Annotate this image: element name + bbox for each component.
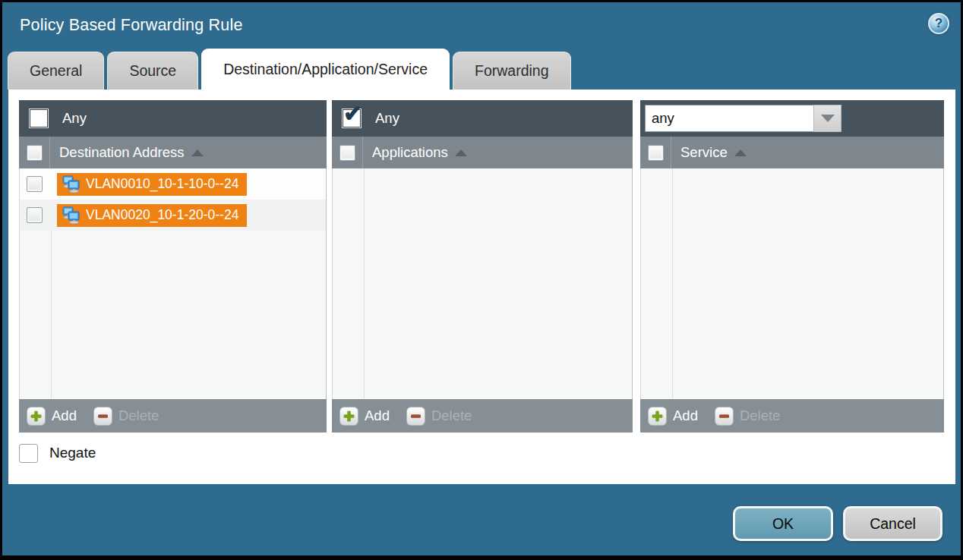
delete-label: Delete <box>740 407 780 424</box>
negate-option: Negate <box>19 440 96 466</box>
destination-address-column: ✔ Any Destination Address <box>19 100 327 433</box>
delete-application-button: Delete <box>406 407 472 426</box>
tab-source[interactable]: Source <box>107 52 198 90</box>
address-object-chip[interactable]: VLAN0010_10-1-10-0--24 <box>57 173 247 196</box>
add-label: Add <box>52 407 77 424</box>
dropdown-button[interactable] <box>813 105 841 132</box>
row-checkbox[interactable] <box>27 207 43 223</box>
gutter-divider <box>672 168 673 399</box>
cancel-button[interactable]: Cancel <box>843 506 942 541</box>
add-application-button[interactable]: Add <box>339 407 390 426</box>
service-type-value[interactable]: any <box>645 105 813 132</box>
add-service-button[interactable]: Add <box>648 407 698 426</box>
help-icon[interactable]: ? <box>928 13 949 34</box>
applications-header[interactable]: Applications <box>332 137 633 168</box>
plus-icon <box>648 407 667 426</box>
row-checkbox[interactable] <box>27 176 43 192</box>
plus-icon <box>27 407 46 426</box>
destination-address-list: VLAN0010_10-1-10-0--24 <box>19 168 327 399</box>
policy-based-forwarding-dialog: Policy Based Forwarding Rule ? General S… <box>0 0 963 560</box>
applications-header-label: Applications <box>372 144 448 161</box>
destination-any-bar: ✔ Any <box>19 100 327 137</box>
dialog-title: Policy Based Forwarding Rule <box>20 16 243 35</box>
address-object-chip[interactable]: VLAN0020_10-1-20-0--24 <box>57 204 247 227</box>
destination-any-label: Any <box>62 110 87 127</box>
delete-destination-button: Delete <box>93 407 159 426</box>
applications-any-checkbox[interactable]: ✔ <box>342 109 362 128</box>
sort-ascending-icon <box>734 149 747 156</box>
address-group-icon <box>61 206 81 224</box>
delete-label: Delete <box>118 407 159 424</box>
ok-button[interactable]: OK <box>733 506 833 541</box>
service-any-bar: any <box>640 100 944 137</box>
service-header-label: Service <box>680 144 728 161</box>
service-type-dropdown[interactable]: any <box>645 105 841 132</box>
tab-content-panel: ✔ Any Destination Address <box>8 90 955 484</box>
destination-select-all-checkbox[interactable] <box>27 145 43 161</box>
tab-general[interactable]: General <box>8 52 104 90</box>
add-label: Add <box>673 407 698 424</box>
destination-footer-bar: Add Delete <box>19 399 327 433</box>
negate-label: Negate <box>49 445 96 461</box>
delete-label: Delete <box>431 407 472 424</box>
service-header[interactable]: Service <box>640 137 944 168</box>
minus-icon <box>715 407 734 426</box>
delete-service-button: Delete <box>715 407 780 426</box>
address-object-label: VLAN0020_10-1-20-0--24 <box>86 207 238 223</box>
applications-select-all-checkbox[interactable] <box>339 145 355 161</box>
service-column: any Service Add <box>640 100 944 433</box>
dialog-titlebar: Policy Based Forwarding Rule ? <box>2 2 961 49</box>
tab-forwarding[interactable]: Forwarding <box>453 52 571 90</box>
dialog-button-row: OK Cancel <box>733 506 942 541</box>
minus-icon <box>406 407 425 426</box>
applications-select-all-gutter <box>332 137 363 168</box>
add-destination-button[interactable]: Add <box>27 407 77 426</box>
address-group-icon <box>61 175 81 193</box>
sort-ascending-icon <box>455 149 467 156</box>
destination-address-header[interactable]: Destination Address <box>19 137 327 168</box>
service-select-all-gutter <box>640 137 671 168</box>
destination-any-checkbox[interactable]: ✔ <box>29 109 49 128</box>
applications-any-label: Any <box>375 110 399 127</box>
plus-icon <box>339 407 358 426</box>
address-object-label: VLAN0010_10-1-10-0--24 <box>86 176 238 192</box>
gutter-divider <box>364 168 365 399</box>
destination-header-label: Destination Address <box>59 144 185 161</box>
applications-list <box>332 168 633 399</box>
negate-checkbox[interactable] <box>19 444 38 463</box>
add-label: Add <box>365 407 390 424</box>
service-footer-bar: Add Delete <box>640 399 944 433</box>
applications-any-bar: ✔ Any <box>332 100 633 137</box>
applications-footer-bar: Add Delete <box>332 399 633 433</box>
table-row[interactable]: VLAN0020_10-1-20-0--24 <box>20 200 326 231</box>
minus-icon <box>93 407 112 426</box>
table-row[interactable]: VLAN0010_10-1-10-0--24 <box>20 168 326 200</box>
chevron-down-icon <box>821 115 835 122</box>
tab-bar: General Source Destination/Application/S… <box>8 49 961 90</box>
service-list <box>640 168 944 399</box>
sort-ascending-icon <box>191 149 204 156</box>
applications-column: ✔ Any Applications Add <box>332 100 633 433</box>
tab-destination-application-service[interactable]: Destination/Application/Service <box>201 49 450 90</box>
service-select-all-checkbox[interactable] <box>648 145 664 161</box>
destination-select-all-gutter <box>19 137 50 168</box>
